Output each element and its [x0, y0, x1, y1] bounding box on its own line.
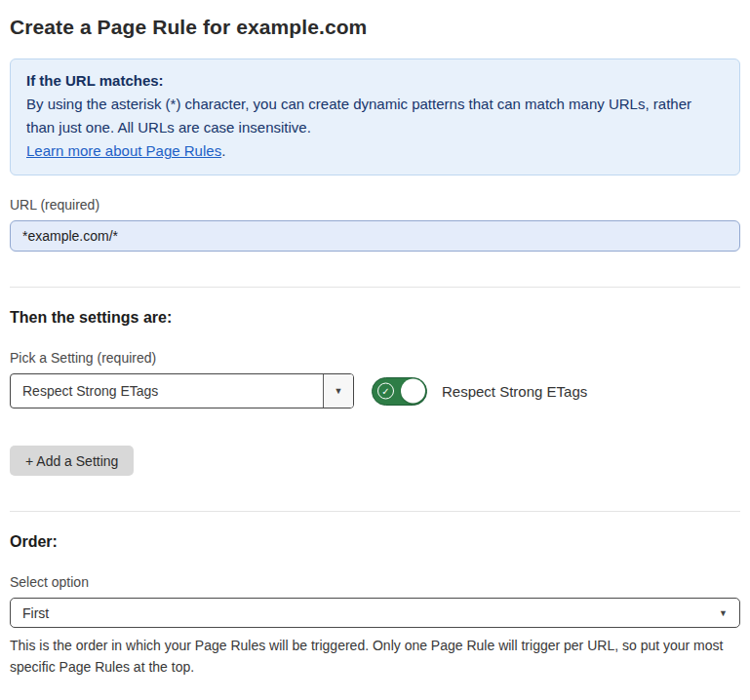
info-box-heading: If the URL matches: — [26, 69, 724, 93]
chevron-down-icon: ▼ — [719, 608, 728, 618]
page-rule-form: Create a Page Rule for example.com If th… — [0, 0, 750, 700]
url-field-label: URL (required) — [10, 197, 740, 213]
setting-toggle-group: ✓ Respect Strong ETags — [372, 377, 587, 406]
setting-select[interactable]: Respect Strong ETags ▼ — [10, 373, 354, 408]
setting-select-value: Respect Strong ETags — [11, 374, 323, 408]
divider — [10, 287, 740, 288]
setting-row: Respect Strong ETags ▼ ✓ Respect Strong … — [10, 373, 740, 408]
toggle-knob — [401, 379, 425, 404]
page-title: Create a Page Rule for example.com — [10, 16, 740, 39]
url-match-info-box: If the URL matches: By using the asteris… — [10, 58, 740, 175]
chevron-down-icon: ▼ — [335, 386, 343, 396]
order-help-text: This is the order in which your Page Rul… — [10, 635, 740, 678]
order-select-label: Select option — [10, 574, 740, 590]
setting-toggle[interactable]: ✓ — [372, 377, 427, 406]
divider — [10, 511, 740, 512]
order-select-value: First — [22, 605, 719, 621]
setting-picker-label: Pick a Setting (required) — [10, 350, 740, 366]
url-input[interactable] — [10, 220, 740, 252]
info-box-link-line: Learn more about Page Rules. — [26, 139, 724, 163]
setting-select-arrow-button[interactable]: ▼ — [323, 374, 353, 408]
toggle-label: Respect Strong ETags — [442, 383, 587, 400]
order-select[interactable]: First ▼ — [10, 598, 740, 628]
order-section-heading: Order: — [10, 533, 740, 551]
add-setting-button[interactable]: + Add a Setting — [10, 446, 134, 476]
settings-section-heading: Then the settings are: — [10, 309, 740, 327]
link-suffix: . — [221, 142, 225, 159]
learn-more-link[interactable]: Learn more about Page Rules — [26, 142, 221, 159]
info-box-body: By using the asterisk (*) character, you… — [26, 93, 724, 139]
check-icon: ✓ — [377, 383, 394, 400]
